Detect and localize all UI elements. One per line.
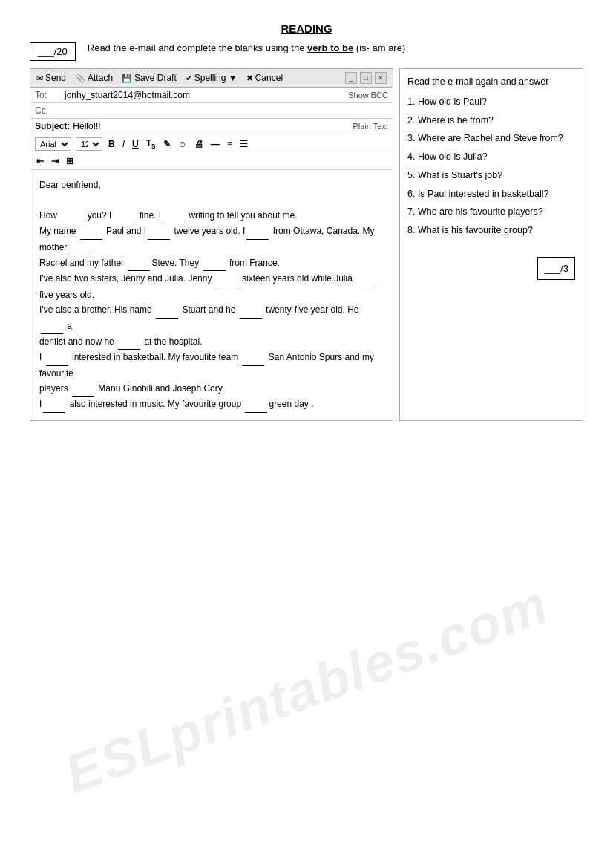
bold-button[interactable]: B — [107, 139, 117, 149]
format-btn-4[interactable]: Ts — [145, 138, 157, 150]
subject-row: Subject: Hello!!! Plain Text — [30, 119, 393, 134]
to-row: To: jonhy_stuart2014@hotmail.com Show BC… — [30, 88, 393, 103]
format-toolbar: Arial 12 B I U Ts ✎ ☺ 🖨 — ≡ ☰ — [30, 134, 393, 154]
blank6 — [246, 223, 269, 239]
attach-button[interactable]: 📎 Attach — [75, 73, 113, 83]
blank4 — [80, 223, 102, 239]
maximize-icon[interactable]: □ — [360, 72, 372, 84]
subject-value[interactable]: Hello!!! — [73, 121, 353, 131]
question-5: 5. What is Stuart's job? — [407, 169, 575, 183]
save-icon: 💾 — [122, 74, 132, 83]
question-4: 4. How old is Julia? — [407, 150, 575, 164]
font-size-select[interactable]: 12 — [76, 137, 102, 151]
subject-label: Subject: — [35, 121, 70, 131]
blank2 — [113, 208, 135, 223]
plain-text-label: Plain Text — [353, 122, 389, 131]
questions-panel: Read the e-mail again and answer 1. How … — [399, 68, 583, 421]
send-icon: ✉ — [36, 74, 43, 83]
email-line1: How you? I fine. I writing to tell you a… — [39, 208, 384, 223]
score-box-20: ___/20 — [30, 42, 76, 61]
page-title: READING — [30, 22, 583, 35]
font-select[interactable]: Arial — [35, 137, 71, 151]
question-2: 2. Where is he from? — [407, 114, 575, 128]
attach-icon: 📎 — [75, 74, 85, 83]
format-btn-outdent[interactable]: ⇥ — [50, 156, 60, 166]
blank1 — [61, 208, 83, 223]
email-line7: I interested in basketball. My favoutite… — [39, 350, 384, 381]
question-1: 1. How old is Paul? — [407, 95, 575, 109]
format-btn-extra[interactable]: ⊞ — [65, 156, 75, 166]
format-btn-print[interactable]: 🖨 — [193, 139, 205, 149]
email-line9: I also interested in music. My favourite… — [39, 397, 384, 412]
to-label: To: — [35, 90, 65, 100]
spelling-icon: ✔ — [186, 74, 192, 83]
underline-button[interactable]: U — [131, 139, 140, 149]
cancel-icon: ✖ — [246, 74, 253, 83]
question-6: 6. Is Paul interested in basketball? — [407, 187, 575, 201]
format-btn-indent[interactable]: ⇤ — [35, 156, 45, 166]
verb-highlight: verb to be — [307, 42, 353, 53]
blank15 — [118, 334, 140, 350]
email-line8: players Manu Ginobili and Joseph Cory. — [39, 381, 384, 397]
cc-label: Cc: — [35, 105, 65, 116]
send-button[interactable]: ✉ Send — [36, 73, 66, 83]
email-client: ✉ Send 📎 Attach 💾 Save Draft ✔ Spelling … — [30, 68, 393, 421]
format-btn-pencil[interactable]: ✎ — [162, 139, 172, 149]
email-line4: I've also two sisters, Jenny and Julia. … — [39, 271, 384, 302]
to-value[interactable]: jonhy_stuart2014@hotmail.com — [65, 90, 348, 100]
format-btn-smiley[interactable]: ☺ — [177, 139, 189, 149]
blank9 — [203, 255, 226, 271]
watermark: ESLprintables.com — [57, 573, 557, 805]
blank14 — [41, 319, 63, 334]
blank13 — [240, 302, 262, 318]
question-3: 3. Where are Rachel and Steve from? — [407, 131, 575, 146]
main-content: ✉ Send 📎 Attach 💾 Save Draft ✔ Spelling … — [30, 68, 583, 421]
email-line2: My name Paul and I twelve years old. I f… — [39, 223, 384, 255]
blank18 — [72, 381, 94, 397]
window-controls: _ □ × — [345, 72, 387, 84]
blank8 — [128, 255, 150, 271]
blank16 — [46, 350, 68, 365]
blank11 — [356, 271, 378, 287]
blank5 — [148, 223, 170, 239]
email-line3: Rachel and my father Steve. They from Fr… — [39, 255, 384, 271]
spelling-button[interactable]: ✔ Spelling ▼ — [186, 73, 237, 83]
blank20 — [245, 397, 267, 412]
instructions-text: Read the e-mail and complete the blanks … — [88, 41, 405, 56]
greeting: Dear penfriend, — [39, 177, 384, 192]
save-draft-button[interactable]: 💾 Save Draft — [122, 73, 177, 83]
format-btn-dash[interactable]: — — [209, 139, 221, 149]
question-8: 8. What is his favourite group? — [407, 223, 575, 238]
minimize-icon[interactable]: _ — [345, 72, 357, 84]
format-toolbar-2: ⇤ ⇥ ⊞ — [30, 154, 393, 170]
email-body: Dear penfriend, How you? I fine. I writi… — [30, 170, 393, 420]
email-line5: I've also a brother. His name Stuart and… — [39, 302, 384, 334]
instructions-row: ___/20 Read the e-mail and complete the … — [30, 41, 583, 61]
blank19 — [43, 397, 65, 412]
italic-button[interactable]: I — [121, 139, 126, 149]
blank10 — [216, 271, 238, 287]
close-icon[interactable]: × — [375, 72, 387, 84]
blank12 — [156, 302, 178, 318]
email-toolbar: ✉ Send 📎 Attach 💾 Save Draft ✔ Spelling … — [30, 69, 393, 88]
questions-intro: Read the e-mail again and answer — [407, 75, 575, 89]
cancel-button[interactable]: ✖ Cancel — [246, 73, 283, 83]
email-line6: dentist and now he at the hospital. — [39, 334, 384, 350]
blank17 — [242, 350, 264, 365]
score-box-3: ___/3 — [537, 257, 575, 280]
show-bcc-button[interactable]: Show BCC — [348, 91, 388, 99]
format-btn-align[interactable]: ≡ — [226, 139, 234, 149]
blank7 — [68, 240, 91, 255]
format-btn-list[interactable]: ☰ — [238, 139, 249, 149]
blank3 — [163, 208, 185, 223]
cc-row: Cc: — [30, 103, 393, 119]
question-7: 7. Who are his favourite players? — [407, 205, 575, 219]
